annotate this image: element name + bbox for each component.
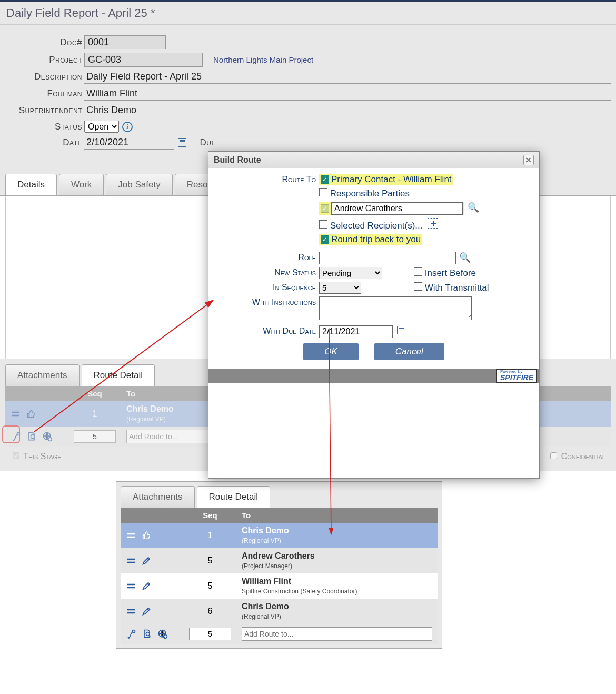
r2-role: (Regional VP) [242, 537, 281, 544]
newstatus-label: New Status [219, 267, 319, 277]
newstatus-select[interactable]: Pending [319, 267, 382, 279]
thumb-up-icon[interactable] [142, 531, 151, 540]
result-tab-attachments[interactable]: Attachments [121, 486, 195, 508]
tab-work[interactable]: Work [59, 174, 104, 195]
highlight-circle [2, 425, 20, 443]
duedate-input[interactable] [319, 325, 393, 338]
person-checkbox[interactable]: ✓ [321, 204, 329, 213]
r2-seq: 6 [178, 607, 242, 616]
duedate-label: With Due Date [219, 325, 319, 336]
drag-icon[interactable] [126, 530, 136, 541]
recipients-grid-icon[interactable] [428, 218, 438, 229]
role-search-icon[interactable]: 🔍 [459, 252, 471, 263]
insert-before-checkbox[interactable] [414, 267, 422, 276]
duedate-calendar-icon[interactable] [397, 326, 405, 334]
r2-name: William Flint [242, 577, 291, 586]
r2-to-header: To [242, 511, 432, 520]
pencil-icon[interactable] [142, 581, 151, 591]
responsible-label: Responsible Parties [330, 189, 410, 199]
build-route-icon[interactable] [126, 629, 136, 639]
confidential-checkbox[interactable] [550, 452, 557, 459]
drag-icon[interactable] [126, 556, 136, 566]
description-value[interactable]: Daily Field Report - April 25 [84, 70, 611, 84]
project-value: GC-003 [84, 53, 203, 67]
project-link[interactable]: Northern Lights Main Project [213, 55, 313, 64]
tab-details[interactable]: Details [5, 174, 57, 195]
inseq-label: In Sequence [219, 282, 319, 292]
globe-add-icon[interactable] [157, 629, 168, 639]
row1-seq: 1 [63, 409, 126, 419]
cancel-button[interactable]: Cancel [374, 343, 444, 360]
dialog-footer: Powered bySPITFIRE [208, 369, 539, 383]
doc-label: Doc# [5, 37, 84, 48]
roundtrip-label: Round trip back to you [331, 234, 421, 245]
person-input[interactable] [331, 202, 463, 215]
r2-row[interactable]: 1Chris Demo(Regional VP) [121, 523, 438, 548]
form-area: Doc# 0001 Project GC-003 Northern Lights… [0, 25, 616, 168]
responsible-checkbox[interactable] [319, 188, 327, 196]
roundtrip-checkbox[interactable]: ✓ [321, 235, 329, 244]
r2-role: (Project Manager) [242, 562, 292, 570]
r2-seq-header: Seq [178, 511, 242, 520]
globe-add-icon[interactable] [42, 431, 53, 442]
pencil-icon[interactable] [142, 556, 151, 566]
r2-role: (Regional VP) [242, 613, 281, 620]
tab-route-detail[interactable]: Route Detail [82, 364, 155, 386]
due-label: Due [186, 137, 218, 148]
page-title: Daily Field Report - April 25 * [0, 2, 616, 25]
role-input[interactable] [319, 252, 456, 264]
r2-seq: 5 [178, 556, 242, 566]
project-label: Project [5, 55, 84, 65]
inseq-select[interactable]: 5 [319, 282, 361, 294]
dialog-close-icon[interactable]: ✕ [523, 155, 534, 165]
tab-jobsafety[interactable]: Job Safety [106, 174, 172, 195]
foreman-label: Foreman [5, 88, 84, 99]
super-label: Superintendent [5, 105, 84, 116]
thumb-up-icon[interactable] [26, 409, 36, 419]
r2-row[interactable]: 5Andrew Carothers(Project Manager) [121, 548, 438, 573]
drag-icon[interactable] [11, 409, 21, 419]
r2-name: Chris Demo [242, 602, 289, 611]
doc-value: 0001 [84, 35, 166, 49]
add-seq-input[interactable] [74, 430, 116, 443]
confidential-label: Confidential [561, 452, 605, 461]
drag-icon[interactable] [126, 606, 136, 617]
row1-name: Chris Demo [126, 404, 174, 413]
calendar-icon[interactable] [178, 138, 186, 147]
r2-add-row [121, 624, 438, 644]
selected-label[interactable]: Selected Recipient(s)... [330, 221, 423, 231]
primary-checkbox[interactable]: ✓ [321, 175, 329, 184]
build-route-dialog: Build Route ✕ Route To ✓Primary Contact … [208, 151, 540, 479]
r2-seq-input[interactable] [189, 628, 231, 640]
tab-attachments[interactable]: Attachments [5, 364, 80, 386]
result-tab-route-detail[interactable]: Route Detail [197, 486, 271, 508]
selected-checkbox[interactable] [319, 220, 327, 229]
search-doc-icon[interactable] [26, 431, 37, 442]
dialog-empty-area [208, 383, 539, 478]
instructions-textarea[interactable] [319, 296, 472, 320]
ok-button[interactable]: OK [303, 343, 359, 360]
date-label: Date [5, 137, 84, 148]
primary-contact-option[interactable]: ✓Primary Contact - William Flint [319, 174, 453, 185]
row1-role: (Regional VP) [126, 415, 166, 423]
status-select[interactable]: Open [84, 121, 119, 133]
super-value[interactable]: Chris Demo [84, 104, 611, 117]
seq-header: Seq [63, 389, 126, 398]
pencil-icon[interactable] [142, 607, 151, 616]
drag-icon[interactable] [126, 581, 136, 591]
transmittal-label: With Transmittal [425, 283, 489, 293]
person-search-icon[interactable]: 🔍 [468, 202, 479, 213]
r2-row[interactable]: 5William FlintSpitfire Construction (Saf… [121, 573, 438, 599]
spitfire-brand: Powered bySPITFIRE [496, 369, 537, 383]
date-value[interactable]: 2/10/2021 [84, 136, 174, 150]
r2-addroute-input[interactable] [242, 627, 432, 641]
transmittal-checkbox[interactable] [414, 282, 422, 291]
r2-row[interactable]: 6Chris Demo(Regional VP) [121, 599, 438, 624]
r2-seq: 5 [178, 581, 242, 591]
description-label: Description [5, 72, 84, 82]
insert-before-label: Insert Before [425, 268, 476, 278]
info-icon[interactable]: i [122, 122, 133, 132]
foreman-value[interactable]: William Flint [84, 87, 611, 101]
search-doc-icon[interactable] [142, 629, 152, 639]
this-stage-checkbox[interactable] [13, 452, 19, 459]
